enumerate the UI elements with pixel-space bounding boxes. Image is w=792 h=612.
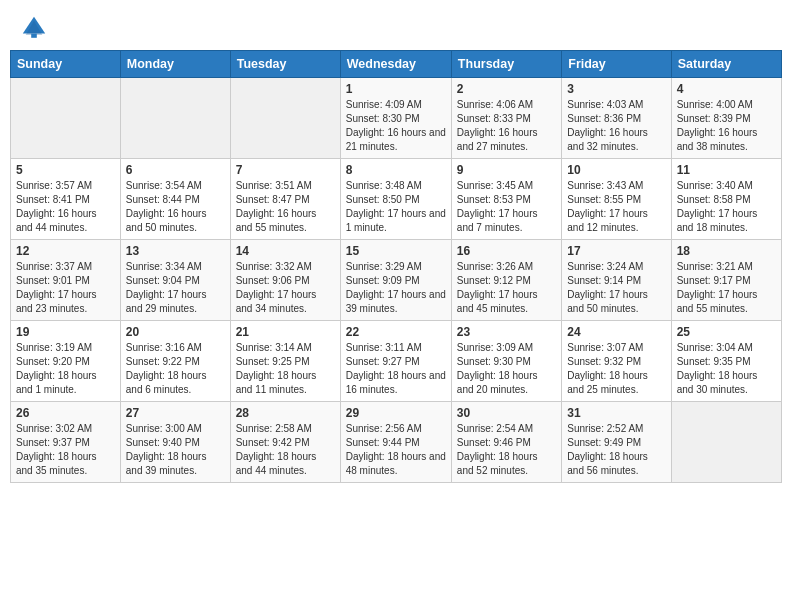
calendar-cell: 30Sunrise: 2:54 AM Sunset: 9:46 PM Dayli… [451,402,561,483]
day-info: Sunrise: 3:00 AM Sunset: 9:40 PM Dayligh… [126,422,225,478]
day-info: Sunrise: 3:04 AM Sunset: 9:35 PM Dayligh… [677,341,776,397]
day-info: Sunrise: 3:54 AM Sunset: 8:44 PM Dayligh… [126,179,225,235]
day-number: 20 [126,325,225,339]
day-info: Sunrise: 2:58 AM Sunset: 9:42 PM Dayligh… [236,422,335,478]
weekday-header-sunday: Sunday [11,51,121,78]
day-number: 3 [567,82,665,96]
day-info: Sunrise: 3:07 AM Sunset: 9:32 PM Dayligh… [567,341,665,397]
day-info: Sunrise: 3:19 AM Sunset: 9:20 PM Dayligh… [16,341,115,397]
calendar-cell: 6Sunrise: 3:54 AM Sunset: 8:44 PM Daylig… [120,159,230,240]
calendar-cell: 8Sunrise: 3:48 AM Sunset: 8:50 PM Daylig… [340,159,451,240]
day-info: Sunrise: 3:26 AM Sunset: 9:12 PM Dayligh… [457,260,556,316]
calendar-cell: 29Sunrise: 2:56 AM Sunset: 9:44 PM Dayli… [340,402,451,483]
day-number: 5 [16,163,115,177]
day-number: 13 [126,244,225,258]
calendar-cell: 21Sunrise: 3:14 AM Sunset: 9:25 PM Dayli… [230,321,340,402]
weekday-header-tuesday: Tuesday [230,51,340,78]
calendar-cell: 11Sunrise: 3:40 AM Sunset: 8:58 PM Dayli… [671,159,781,240]
day-info: Sunrise: 3:24 AM Sunset: 9:14 PM Dayligh… [567,260,665,316]
weekday-header-saturday: Saturday [671,51,781,78]
day-info: Sunrise: 3:02 AM Sunset: 9:37 PM Dayligh… [16,422,115,478]
calendar-table: SundayMondayTuesdayWednesdayThursdayFrid… [10,50,782,483]
day-info: Sunrise: 3:09 AM Sunset: 9:30 PM Dayligh… [457,341,556,397]
day-number: 15 [346,244,446,258]
day-number: 11 [677,163,776,177]
calendar-cell: 12Sunrise: 3:37 AM Sunset: 9:01 PM Dayli… [11,240,121,321]
day-info: Sunrise: 4:03 AM Sunset: 8:36 PM Dayligh… [567,98,665,154]
day-info: Sunrise: 3:43 AM Sunset: 8:55 PM Dayligh… [567,179,665,235]
calendar-cell: 20Sunrise: 3:16 AM Sunset: 9:22 PM Dayli… [120,321,230,402]
calendar-cell [11,78,121,159]
calendar-cell: 1Sunrise: 4:09 AM Sunset: 8:30 PM Daylig… [340,78,451,159]
calendar-cell: 16Sunrise: 3:26 AM Sunset: 9:12 PM Dayli… [451,240,561,321]
day-info: Sunrise: 4:06 AM Sunset: 8:33 PM Dayligh… [457,98,556,154]
weekday-header-monday: Monday [120,51,230,78]
day-number: 22 [346,325,446,339]
calendar-cell [671,402,781,483]
calendar-cell: 15Sunrise: 3:29 AM Sunset: 9:09 PM Dayli… [340,240,451,321]
day-number: 19 [16,325,115,339]
day-number: 1 [346,82,446,96]
day-info: Sunrise: 2:52 AM Sunset: 9:49 PM Dayligh… [567,422,665,478]
calendar-cell: 27Sunrise: 3:00 AM Sunset: 9:40 PM Dayli… [120,402,230,483]
header [0,0,792,50]
day-info: Sunrise: 4:00 AM Sunset: 8:39 PM Dayligh… [677,98,776,154]
day-info: Sunrise: 3:48 AM Sunset: 8:50 PM Dayligh… [346,179,446,235]
weekday-header-thursday: Thursday [451,51,561,78]
day-info: Sunrise: 3:16 AM Sunset: 9:22 PM Dayligh… [126,341,225,397]
day-number: 23 [457,325,556,339]
day-number: 28 [236,406,335,420]
logo [20,14,52,42]
calendar-cell [120,78,230,159]
day-number: 30 [457,406,556,420]
calendar-wrapper: SundayMondayTuesdayWednesdayThursdayFrid… [0,50,792,493]
calendar-cell: 28Sunrise: 2:58 AM Sunset: 9:42 PM Dayli… [230,402,340,483]
weekday-header-wednesday: Wednesday [340,51,451,78]
calendar-cell: 18Sunrise: 3:21 AM Sunset: 9:17 PM Dayli… [671,240,781,321]
day-number: 29 [346,406,446,420]
day-number: 16 [457,244,556,258]
day-number: 17 [567,244,665,258]
day-info: Sunrise: 3:37 AM Sunset: 9:01 PM Dayligh… [16,260,115,316]
day-number: 14 [236,244,335,258]
svg-rect-2 [31,34,37,38]
calendar-week-row: 12Sunrise: 3:37 AM Sunset: 9:01 PM Dayli… [11,240,782,321]
day-info: Sunrise: 3:32 AM Sunset: 9:06 PM Dayligh… [236,260,335,316]
calendar-cell: 9Sunrise: 3:45 AM Sunset: 8:53 PM Daylig… [451,159,561,240]
calendar-cell: 23Sunrise: 3:09 AM Sunset: 9:30 PM Dayli… [451,321,561,402]
weekday-header-friday: Friday [562,51,671,78]
day-number: 9 [457,163,556,177]
calendar-cell: 31Sunrise: 2:52 AM Sunset: 9:49 PM Dayli… [562,402,671,483]
day-info: Sunrise: 3:34 AM Sunset: 9:04 PM Dayligh… [126,260,225,316]
day-number: 4 [677,82,776,96]
day-number: 8 [346,163,446,177]
day-info: Sunrise: 3:51 AM Sunset: 8:47 PM Dayligh… [236,179,335,235]
calendar-cell: 5Sunrise: 3:57 AM Sunset: 8:41 PM Daylig… [11,159,121,240]
calendar-cell: 10Sunrise: 3:43 AM Sunset: 8:55 PM Dayli… [562,159,671,240]
page: SundayMondayTuesdayWednesdayThursdayFrid… [0,0,792,612]
calendar-cell [230,78,340,159]
day-info: Sunrise: 3:11 AM Sunset: 9:27 PM Dayligh… [346,341,446,397]
day-number: 6 [126,163,225,177]
calendar-week-row: 19Sunrise: 3:19 AM Sunset: 9:20 PM Dayli… [11,321,782,402]
calendar-cell: 13Sunrise: 3:34 AM Sunset: 9:04 PM Dayli… [120,240,230,321]
logo-icon [20,14,48,42]
day-info: Sunrise: 3:29 AM Sunset: 9:09 PM Dayligh… [346,260,446,316]
day-number: 10 [567,163,665,177]
calendar-cell: 17Sunrise: 3:24 AM Sunset: 9:14 PM Dayli… [562,240,671,321]
calendar-cell: 19Sunrise: 3:19 AM Sunset: 9:20 PM Dayli… [11,321,121,402]
day-number: 18 [677,244,776,258]
day-number: 21 [236,325,335,339]
calendar-week-row: 26Sunrise: 3:02 AM Sunset: 9:37 PM Dayli… [11,402,782,483]
calendar-cell: 22Sunrise: 3:11 AM Sunset: 9:27 PM Dayli… [340,321,451,402]
day-info: Sunrise: 2:54 AM Sunset: 9:46 PM Dayligh… [457,422,556,478]
day-number: 31 [567,406,665,420]
day-info: Sunrise: 3:40 AM Sunset: 8:58 PM Dayligh… [677,179,776,235]
day-number: 27 [126,406,225,420]
day-info: Sunrise: 2:56 AM Sunset: 9:44 PM Dayligh… [346,422,446,478]
day-number: 2 [457,82,556,96]
day-info: Sunrise: 3:57 AM Sunset: 8:41 PM Dayligh… [16,179,115,235]
calendar-cell: 26Sunrise: 3:02 AM Sunset: 9:37 PM Dayli… [11,402,121,483]
day-number: 7 [236,163,335,177]
calendar-cell: 14Sunrise: 3:32 AM Sunset: 9:06 PM Dayli… [230,240,340,321]
